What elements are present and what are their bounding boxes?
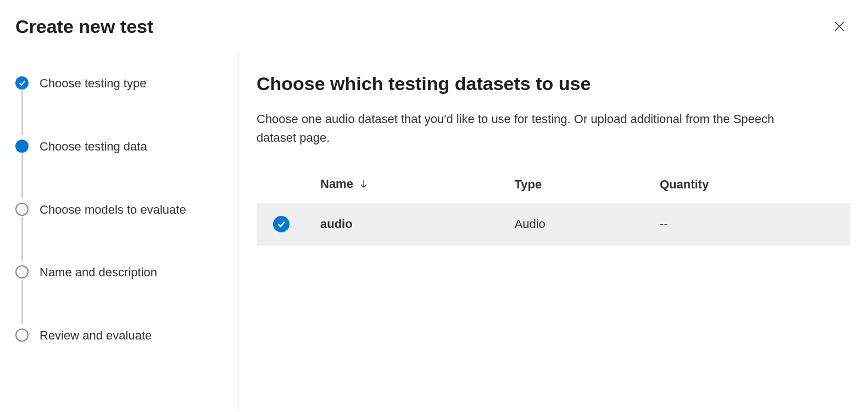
column-header-label: Type <box>515 177 542 191</box>
step-connector <box>21 154 23 198</box>
column-header-name[interactable]: Name <box>311 169 506 203</box>
step-label: Choose models to evaluate <box>40 202 186 219</box>
dialog-title: Create new test <box>15 16 153 37</box>
checkmark-icon <box>19 80 26 87</box>
dialog-header: Create new test <box>0 0 868 53</box>
step-indicator-complete <box>15 76 29 90</box>
step-choose-testing-data[interactable]: Choose testing data <box>15 138 223 202</box>
step-connector <box>21 280 23 324</box>
column-header-type[interactable]: Type <box>506 169 651 203</box>
panel-description: Choose one audio dataset that you'd like… <box>257 110 817 147</box>
step-label: Name and description <box>40 264 157 281</box>
step-indicator-upcoming <box>15 265 29 279</box>
datasets-table: Name Type Quantity <box>257 169 850 246</box>
main-panel: Choose which testing datasets to use Cho… <box>239 53 868 410</box>
sort-arrow-down-icon <box>360 177 368 192</box>
table-row[interactable]: audio Audio -- <box>257 203 850 246</box>
step-label: Review and evaluate <box>40 327 152 344</box>
wizard-sidebar: Choose testing type Choose testing data … <box>0 53 239 410</box>
step-review-evaluate[interactable]: Review and evaluate <box>15 327 223 344</box>
row-type-cell: Audio <box>506 203 651 246</box>
step-indicator-current <box>15 140 29 153</box>
row-name-cell: audio <box>311 203 506 246</box>
step-label: Choose testing data <box>40 138 147 155</box>
column-header-select <box>257 169 311 203</box>
panel-heading: Choose which testing datasets to use <box>257 73 850 94</box>
column-header-label: Quantity <box>660 177 709 191</box>
column-header-label: Name <box>320 177 353 191</box>
wizard-steps: Choose testing type Choose testing data … <box>15 75 223 344</box>
step-label: Choose testing type <box>40 75 146 92</box>
column-header-quantity[interactable]: Quantity <box>651 169 850 203</box>
step-choose-testing-type[interactable]: Choose testing type <box>15 75 223 138</box>
close-icon <box>833 20 846 33</box>
close-button[interactable] <box>828 15 850 37</box>
checkmark-icon <box>277 220 286 229</box>
step-indicator-upcoming <box>15 203 29 216</box>
dialog-body: Choose testing type Choose testing data … <box>0 53 868 410</box>
step-name-description[interactable]: Name and description <box>15 264 223 327</box>
step-connector <box>21 91 23 135</box>
row-select-cell[interactable] <box>257 203 311 246</box>
step-connector <box>21 217 23 261</box>
step-choose-models[interactable]: Choose models to evaluate <box>15 202 223 265</box>
row-selected-indicator[interactable] <box>273 216 290 232</box>
step-indicator-upcoming <box>15 329 29 342</box>
row-quantity-cell: -- <box>651 203 850 246</box>
table-header-row: Name Type Quantity <box>257 169 850 203</box>
